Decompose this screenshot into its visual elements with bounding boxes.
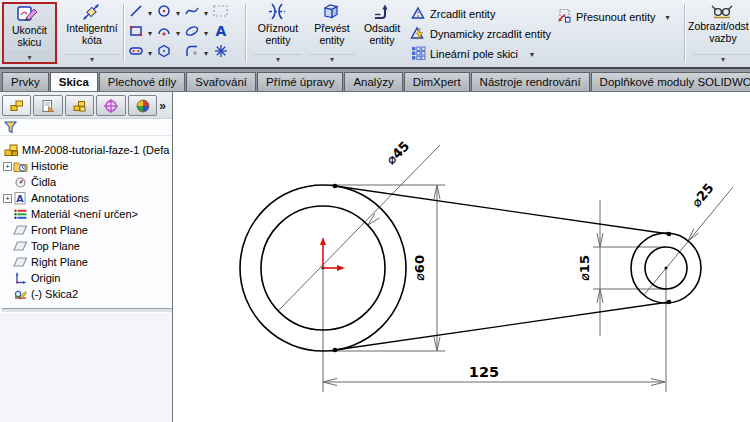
text-tool-icon[interactable]: A bbox=[212, 23, 230, 43]
trim-entities-label-1: Oříznout bbox=[258, 22, 298, 34]
spline-tool-dropdown[interactable]: ▾ bbox=[204, 9, 208, 18]
tree-item-front-plane[interactable]: Front Plane bbox=[2, 222, 172, 238]
convert-entities-dropdown[interactable]: ▾ bbox=[310, 54, 355, 64]
tree-item-right-plane[interactable]: Right Plane bbox=[2, 254, 172, 270]
history-folder-icon bbox=[13, 159, 28, 173]
smart-dimension-dropdown[interactable]: ▾ bbox=[65, 54, 119, 64]
exit-sketch-label-2: skicu bbox=[18, 36, 42, 48]
tree-item-top-plane[interactable]: Top Plane bbox=[2, 238, 172, 254]
dim-d45[interactable]: ⌀45 bbox=[383, 138, 412, 167]
sensors-icon bbox=[13, 175, 28, 189]
tree-item-material[interactable]: Materiál <není určen> bbox=[2, 206, 172, 222]
spline-tool-icon[interactable] bbox=[184, 3, 200, 23]
tree-item-skica2[interactable]: (-) Skica2 bbox=[2, 286, 172, 302]
toolbar-separator bbox=[245, 4, 246, 62]
expand-plus-icon[interactable]: + bbox=[3, 162, 12, 171]
slot-tool-dropdown[interactable]: ▾ bbox=[148, 49, 152, 58]
tree-item-label: MM-2008-tutorial-faze-1 (Defa bbox=[22, 144, 169, 156]
polygon-tool-icon[interactable] bbox=[156, 43, 172, 63]
tab-nastroje-rendrovani[interactable]: Nástroje rendrování bbox=[471, 72, 590, 91]
tangent-line-top bbox=[335, 186, 669, 234]
tree-item-historie[interactable]: + Historie bbox=[2, 158, 172, 174]
offset-entities-button[interactable]: Odsadit entity bbox=[358, 2, 406, 64]
tree-item-annotations[interactable]: + A Annotations bbox=[2, 190, 172, 206]
sketch-canvas[interactable]: ⌀45 ⌀60 ⌀15 ⌀25 125 bbox=[174, 92, 750, 422]
tab-dimxpert[interactable]: DimXpert bbox=[404, 72, 470, 91]
display-manager-tab[interactable] bbox=[128, 95, 157, 116]
tree-filter-row[interactable] bbox=[0, 119, 172, 136]
point-tool-icon[interactable] bbox=[212, 43, 230, 63]
smart-dimension-button[interactable]: Inteligentní kóta ▾ bbox=[62, 2, 122, 64]
tab-plechove-dily[interactable]: Plechové díly bbox=[99, 72, 185, 91]
feature-manager-tab[interactable] bbox=[2, 95, 31, 116]
property-manager-tab[interactable] bbox=[33, 95, 62, 116]
tab-skica[interactable]: Skica bbox=[50, 72, 98, 92]
convert-entities-button[interactable]: Převést entity ▾ bbox=[307, 2, 357, 64]
tab-analyzy[interactable]: Analýzy bbox=[344, 72, 402, 91]
rectangle-tool-dropdown[interactable]: ▾ bbox=[148, 29, 152, 38]
tree-item-label: (-) Skica2 bbox=[31, 288, 78, 300]
arc-tool-dropdown[interactable]: ▾ bbox=[176, 29, 180, 38]
smart-dimension-label-2: kóta bbox=[82, 34, 102, 46]
tree-item-origin[interactable]: Origin bbox=[2, 270, 172, 286]
dimxpert-manager-tab[interactable] bbox=[96, 95, 125, 116]
sketch-icon bbox=[13, 287, 28, 301]
display-relations-dropdown[interactable]: ▾ bbox=[692, 54, 750, 64]
tab-svarovani[interactable]: Svařování bbox=[186, 72, 256, 91]
graphics-area[interactable]: ⌀45 ⌀60 ⌀15 ⌀25 125 bbox=[174, 92, 750, 422]
panel-lower-pane bbox=[0, 313, 172, 422]
move-entities-button[interactable]: Přesunout entity ▾ bbox=[556, 8, 670, 26]
circle-tool-icon[interactable] bbox=[156, 3, 172, 23]
mirror-entities-button[interactable]: Zrcadlit entity bbox=[410, 5, 495, 23]
tree-item-root[interactable]: MM-2008-tutorial-faze-1 (Defa bbox=[2, 142, 172, 158]
tree-item-label: Front Plane bbox=[31, 224, 88, 236]
trim-entities-button[interactable]: Oříznout entity ▾ bbox=[251, 2, 305, 64]
line-tool-icon[interactable] bbox=[128, 3, 144, 23]
line-tool-dropdown[interactable]: ▾ bbox=[148, 9, 152, 18]
sketch-geometry[interactable] bbox=[240, 185, 701, 351]
plane-icon bbox=[13, 255, 28, 269]
dim-125[interactable]: 125 bbox=[469, 364, 499, 380]
configuration-manager-tab[interactable] bbox=[65, 95, 94, 116]
annotations-icon: A bbox=[13, 191, 28, 205]
fillet-tool-dropdown[interactable]: ▾ bbox=[204, 49, 208, 58]
toolbar-separator bbox=[123, 4, 124, 62]
exit-sketch-label-1: Ukončit bbox=[12, 24, 47, 36]
tree-item-label: Right Plane bbox=[31, 256, 88, 268]
dynamic-mirror-button[interactable]: Dynamicky zrcadlit entity bbox=[410, 25, 551, 43]
dim-d60[interactable]: ⌀60 bbox=[412, 255, 427, 281]
sketch-picture-icon[interactable] bbox=[212, 3, 230, 23]
ellipse-tool-dropdown[interactable]: ▾ bbox=[204, 29, 208, 38]
expand-plus-icon[interactable]: + bbox=[3, 194, 12, 203]
dim-d15[interactable]: ⌀15 bbox=[577, 255, 592, 281]
move-entities-dropdown[interactable]: ▾ bbox=[666, 13, 670, 22]
fillet-tool-icon[interactable] bbox=[184, 43, 200, 63]
command-manager-toolbar: Ukončit skicu ▾ Inteligentní kóta ▾ ▾ ▾ … bbox=[0, 0, 750, 67]
slot-tool-icon[interactable] bbox=[128, 43, 144, 63]
rectangle-tool-icon[interactable] bbox=[128, 23, 144, 43]
manager-tab-strip: » bbox=[0, 92, 172, 119]
svg-text:A: A bbox=[216, 23, 227, 39]
tree-item-label: Materiál <není určen> bbox=[31, 208, 138, 220]
command-manager-tabs: PrvkySkicaPlechové dílySvařováníPřímé úp… bbox=[0, 67, 750, 92]
linear-pattern-label: Lineární pole skici bbox=[430, 48, 518, 60]
smart-dimension-icon bbox=[80, 2, 102, 22]
arc-tool-icon[interactable] bbox=[156, 23, 172, 43]
tab-prvky[interactable]: Prvky bbox=[2, 72, 49, 91]
tree-item-cidla[interactable]: Čidla bbox=[2, 174, 172, 190]
exit-sketch-dropdown[interactable]: ▾ bbox=[7, 52, 53, 62]
display-relations-button[interactable]: Zobrazit/odst vazby ▾ bbox=[688, 2, 750, 64]
circle-tool-dropdown[interactable]: ▾ bbox=[176, 9, 180, 18]
tree-item-label: Čidla bbox=[31, 176, 56, 188]
linear-pattern-dropdown[interactable]: ▾ bbox=[530, 50, 534, 59]
panel-overflow-chevron[interactable]: » bbox=[159, 99, 169, 113]
linear-pattern-button[interactable]: Lineární pole skici ▾ bbox=[410, 45, 534, 63]
dim-d25[interactable]: ⌀25 bbox=[688, 180, 716, 209]
exit-sketch-button[interactable]: Ukončit skicu ▾ bbox=[2, 2, 57, 64]
tab-prime-upravy[interactable]: Přímé úpravy bbox=[257, 72, 343, 91]
display-relations-label-1: Zobrazit/odst bbox=[688, 20, 749, 32]
dynamic-mirror-label: Dynamicky zrcadlit entity bbox=[430, 28, 551, 40]
tab-doplnkove-moduly[interactable]: Doplňkové moduly SOLIDWORKS bbox=[591, 72, 750, 91]
trim-entities-dropdown[interactable]: ▾ bbox=[254, 54, 303, 64]
ellipse-tool-icon[interactable] bbox=[184, 23, 200, 43]
